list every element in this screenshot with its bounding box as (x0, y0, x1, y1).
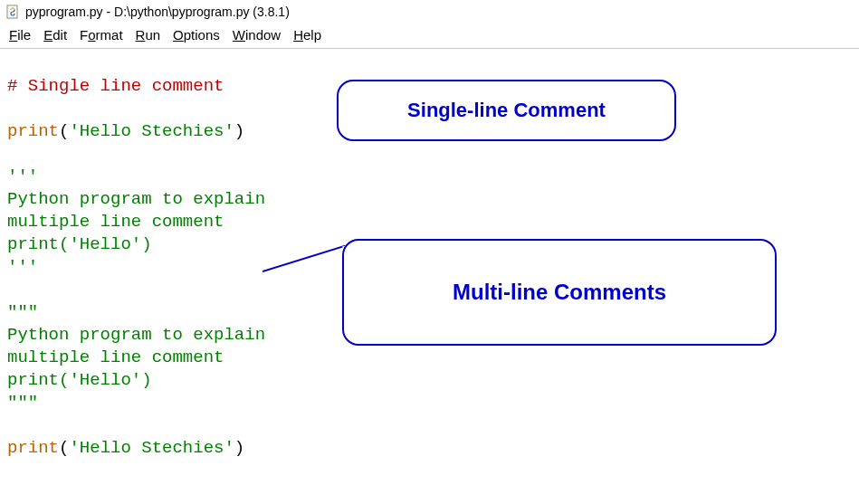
window-title: pyprogram.py - D:\python\pyprogram.py (3… (25, 5, 290, 19)
code-docstring-line: multiple line comment (7, 212, 224, 232)
code-call: print (7, 438, 59, 458)
python-file-icon (5, 5, 20, 19)
code-docstring-line: Python program to explain (7, 189, 265, 209)
annotation-label: Multi-line Comments (453, 280, 666, 305)
annotation-multi-line: Multi-line Comments (342, 239, 777, 346)
code-docstring-line: print('Hello') (7, 234, 152, 254)
menubar: File Edit Format Run Options Window Help (0, 24, 859, 49)
code-paren: ) (234, 121, 244, 141)
code-call: print (7, 121, 59, 141)
code-docstring-close: """ (7, 393, 38, 413)
menu-run[interactable]: Run (136, 27, 161, 43)
window-titlebar: pyprogram.py - D:\python\pyprogram.py (3… (0, 0, 859, 24)
code-paren: ) (234, 438, 244, 458)
menu-format[interactable]: Format (80, 27, 123, 43)
annotation-label: Single-line Comment (407, 99, 606, 122)
annotation-single-line: Single-line Comment (337, 80, 676, 141)
code-docstring-line: Python program to explain (7, 325, 265, 345)
code-docstring-line: multiple line comment (7, 347, 224, 367)
code-paren: ( (59, 438, 69, 458)
code-docstring-open: """ (7, 302, 38, 322)
code-paren: ( (59, 121, 69, 141)
code-docstring-open: ''' (7, 166, 38, 186)
menu-edit[interactable]: Edit (43, 27, 67, 43)
menu-help[interactable]: Help (293, 27, 321, 43)
menu-options[interactable]: Options (173, 27, 220, 43)
code-comment: # Single line comment (7, 76, 224, 96)
code-docstring-line: print('Hello') (7, 370, 152, 390)
code-string: 'Hello Stechies' (69, 121, 234, 141)
code-docstring-close: ''' (7, 257, 38, 277)
menu-file[interactable]: File (9, 27, 31, 43)
menu-window[interactable]: Window (233, 27, 281, 43)
code-string: 'Hello Stechies' (69, 438, 234, 458)
